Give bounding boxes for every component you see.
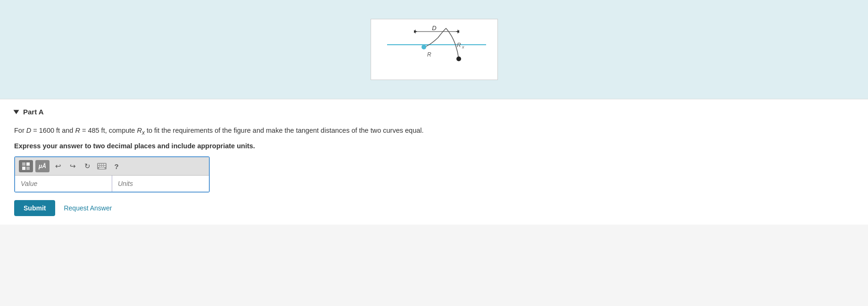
svg-text:D: D [432,24,436,32]
svg-rect-19 [102,164,103,165]
action-row: Submit Request Answer [14,200,854,216]
diagram-svg: D R R x [373,21,496,78]
help-button[interactable]: ? [110,160,123,172]
svg-text:x: x [462,45,464,49]
question-text: For D = 1600 ft and R = 485 ft, compute … [14,125,854,137]
svg-text:R: R [457,42,461,48]
svg-rect-14 [22,167,25,170]
svg-rect-15 [26,167,30,170]
part-a-section: Part A For D = 1600 ft and R = 485 ft, c… [0,99,868,225]
request-answer-link[interactable]: Request Answer [64,204,112,212]
svg-rect-25 [99,168,105,169]
svg-point-7 [422,45,426,49]
svg-rect-17 [98,164,99,165]
grid-icon [22,162,30,170]
units-input[interactable] [112,176,209,192]
svg-point-8 [456,56,461,61]
svg-rect-22 [100,166,101,167]
input-row [15,176,209,192]
widget-toolbar: μÅ ↩ ↪ ↻ ? [15,157,209,176]
refresh-button[interactable]: ↻ [81,160,93,172]
svg-rect-21 [98,166,99,167]
value-input[interactable] [15,176,112,192]
grid-button[interactable] [19,160,33,172]
collapse-icon[interactable] [14,110,19,114]
svg-rect-24 [104,166,106,167]
mu-button[interactable]: μÅ [35,160,50,172]
svg-rect-13 [26,162,30,166]
svg-text:R: R [427,51,431,58]
submit-button[interactable]: Submit [14,200,55,216]
redo-button[interactable]: ↪ [66,160,79,172]
keyboard-icon [97,163,107,169]
undo-button[interactable]: ↩ [52,160,64,172]
svg-rect-20 [104,164,106,165]
svg-rect-12 [22,162,25,166]
answer-widget: μÅ ↩ ↪ ↻ ? [14,156,210,193]
diagram-banner: D R R x [0,0,868,99]
keyboard-button[interactable] [96,160,108,172]
part-a-header: Part A [14,108,854,116]
mu-label: μÅ [39,163,46,169]
instructions-text: Express your answer to two decimal place… [14,142,854,150]
part-a-label: Part A [23,108,44,116]
svg-rect-18 [100,164,101,165]
diagram-container: D R R x [371,19,498,80]
svg-rect-23 [102,166,103,167]
